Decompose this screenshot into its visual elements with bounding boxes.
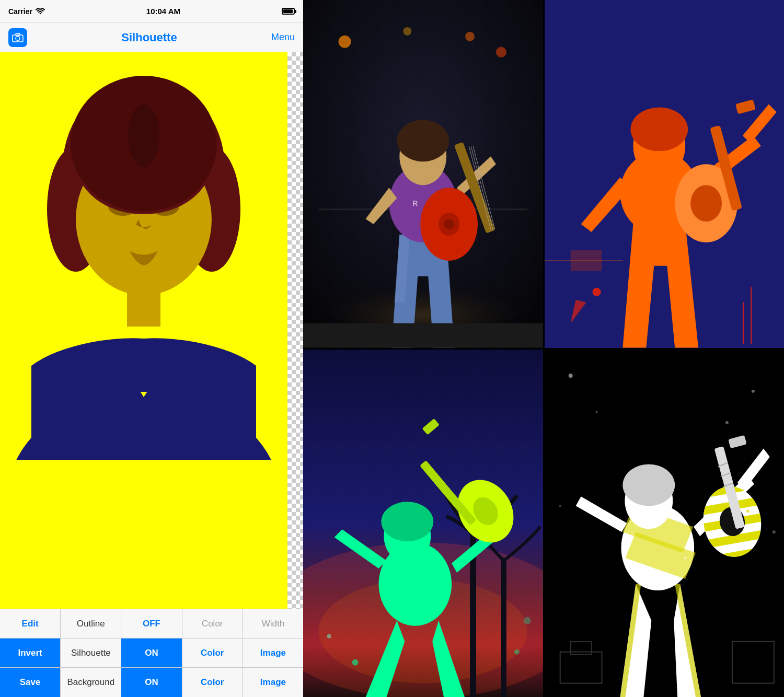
status-bar-left: Carrier [8,7,45,16]
silhouette-color-button[interactable]: Color [182,638,243,667]
background-label: Background [61,668,121,697]
svg-point-42 [690,185,722,222]
svg-point-70 [725,421,728,424]
silhouette-label: Silhouette [61,638,121,667]
svg-rect-47 [750,287,752,344]
left-panel: Carrier 10:04 AM Silhouette Menu [0,0,303,697]
svg-point-67 [568,373,572,377]
gallery-panel: R [303,0,784,697]
invert-button[interactable]: Invert [0,638,61,667]
guitarist-neon-art [303,350,543,698]
svg-point-68 [751,389,754,392]
svg-point-61 [381,502,433,541]
svg-point-1 [16,36,20,40]
background-toggle-on[interactable]: ON [121,668,182,697]
svg-rect-15 [127,285,160,327]
outline-toggle-off[interactable]: OFF [121,609,182,638]
toolbar: Edit Outline OFF Color Width Invert Silh… [0,609,303,697]
svg-point-63 [514,649,520,654]
guitarist-bw-art [545,350,785,698]
svg-point-64 [327,634,331,638]
svg-point-35 [444,219,454,229]
svg-point-93 [626,567,629,570]
toolbar-row-3: Save Background ON Color Image [0,668,303,697]
svg-point-72 [559,505,561,507]
svg-point-89 [622,464,675,506]
save-button[interactable]: Save [0,668,61,697]
silhouette-canvas [0,52,287,609]
image-canvas-area [0,52,303,609]
svg-rect-49 [570,250,602,271]
outline-width-label: Width [243,609,303,638]
svg-point-22 [403,27,411,36]
camera-button[interactable] [8,28,27,47]
gallery-item-2[interactable] [545,0,785,348]
svg-point-65 [524,617,531,624]
svg-point-69 [595,411,597,413]
svg-rect-2 [16,33,20,36]
svg-point-23 [465,32,475,41]
silhouette-image-button[interactable]: Image [243,638,303,667]
nav-bar: Silhouette Menu [0,23,303,52]
svg-point-95 [746,509,749,513]
svg-point-94 [684,556,686,559]
toolbar-row-1: Edit Outline OFF Color Width [0,609,303,638]
guitarist-popart-art [545,0,785,348]
menu-button[interactable]: Menu [271,32,295,43]
edit-button[interactable]: Edit [0,609,61,638]
outline-label: Outline [61,609,121,638]
guitarist-real-art: R [303,0,543,348]
camera-icon [12,33,24,42]
wifi-icon [36,8,45,15]
svg-point-21 [496,47,506,57]
status-time: 10:04 AM [146,7,180,16]
silhouette-toggle-on[interactable]: ON [121,638,182,667]
svg-text:R: R [412,199,418,207]
svg-point-45 [592,288,601,296]
svg-point-73 [772,530,775,533]
svg-point-62 [352,659,359,665]
svg-point-17 [128,104,159,167]
svg-point-20 [339,36,351,48]
carrier-label: Carrier [8,7,32,16]
gallery-item-3[interactable] [303,350,543,698]
app-title: Silhouette [121,31,177,44]
silhouette-art [0,52,287,460]
status-bar: Carrier 10:04 AM [0,0,303,23]
status-bar-right [282,8,295,15]
gallery-item-4[interactable] [545,350,785,698]
svg-rect-46 [742,303,744,344]
background-image-button[interactable]: Image [243,668,303,697]
battery-icon [282,8,295,15]
svg-rect-54 [501,558,506,697]
toolbar-row-2: Invert Silhouette ON Color Image [0,638,303,668]
transparency-indicator [287,52,303,609]
gallery-item-1[interactable]: R [303,0,543,348]
background-color-button[interactable]: Color [182,668,243,697]
outline-color-label: Color [182,609,243,638]
svg-rect-36 [303,323,543,348]
